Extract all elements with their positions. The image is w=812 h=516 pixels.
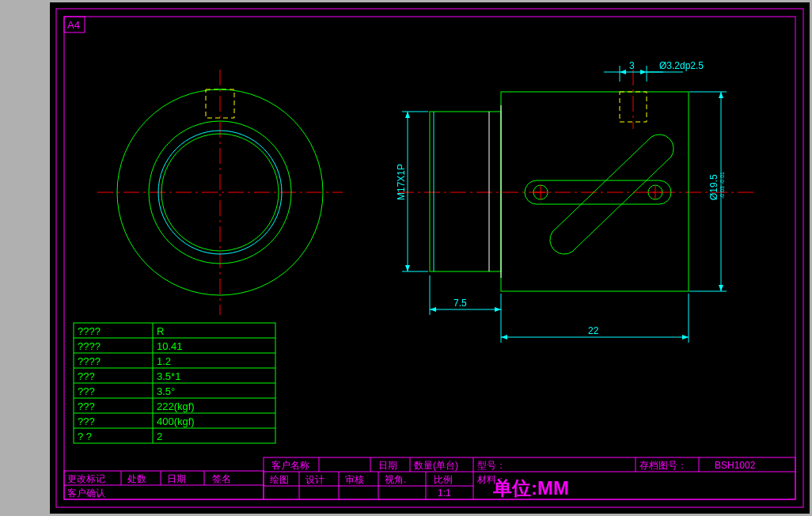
- svg-text:Ø3.2dp2.5: Ø3.2dp2.5: [659, 60, 704, 71]
- svg-text:更改标记: 更改标记: [67, 473, 105, 484]
- svg-text:222(kgf): 222(kgf): [157, 400, 195, 412]
- drawing-canvas[interactable]: A4 3 Ø3: [50, 2, 810, 514]
- svg-text:审核: 审核: [345, 474, 364, 485]
- side-view: [398, 70, 754, 291]
- svg-text:????: ????: [78, 325, 101, 337]
- svg-text:?  ?: ? ?: [78, 431, 92, 442]
- svg-text:型号：: 型号：: [477, 460, 506, 471]
- svg-text:M17X1P: M17X1P: [396, 164, 407, 200]
- sheet-size-label: A4: [67, 19, 80, 31]
- svg-text:3.5*1: 3.5*1: [157, 370, 180, 382]
- svg-text:比例: 比例: [434, 474, 453, 485]
- cad-viewport[interactable]: A4 3 Ø3: [0, 0, 812, 516]
- svg-text:1.2: 1.2: [157, 355, 171, 367]
- spec-table: ???? R ???? 10.41 ???? 1.2 ??? 3.5*1 ???…: [74, 323, 275, 443]
- svg-text:???: ???: [78, 385, 95, 397]
- svg-text:视角.: 视角.: [385, 474, 406, 485]
- svg-text:????: ????: [78, 355, 101, 367]
- svg-text:客户确认: 客户确认: [67, 488, 105, 499]
- svg-text:7.5: 7.5: [453, 298, 467, 309]
- svg-text:???: ???: [78, 370, 95, 382]
- svg-text:???: ???: [78, 400, 95, 412]
- svg-text:签名: 签名: [212, 473, 231, 484]
- front-view: [97, 70, 343, 315]
- svg-text:存档图号：: 存档图号：: [639, 460, 687, 471]
- svg-text:绘图: 绘图: [270, 474, 289, 485]
- svg-text:22: 22: [588, 325, 599, 336]
- svg-line-16: [552, 137, 651, 232]
- title-block: 更改标记 处数 日期 签名 客户确认 客户名称 日期 数量(单台) 型号： 存档…: [64, 457, 795, 499]
- svg-text:-0.03: -0.03: [719, 186, 725, 199]
- svg-text:400(kgf): 400(kgf): [157, 415, 195, 427]
- svg-text:客户名称: 客户名称: [271, 460, 309, 471]
- svg-text:R: R: [157, 325, 164, 337]
- dimensions: 3 Ø3.2dp2.5 M17X1P Ø19.5 -0.01 -0.03 7.5…: [396, 60, 727, 343]
- drawing-svg: A4 3 Ø3: [50, 2, 810, 514]
- svg-text:数量(单台): 数量(单台): [414, 460, 458, 471]
- svg-text:10.41: 10.41: [157, 340, 183, 352]
- svg-text:1:1: 1:1: [438, 488, 451, 499]
- svg-text:处数: 处数: [127, 473, 146, 484]
- svg-text:设计: 设计: [305, 474, 324, 485]
- svg-text:????: ????: [78, 340, 101, 352]
- svg-text:BSH1002: BSH1002: [715, 460, 756, 471]
- svg-text:2: 2: [157, 431, 162, 442]
- svg-text:日期: 日期: [378, 460, 397, 471]
- svg-text:3.5°: 3.5°: [157, 385, 175, 397]
- svg-text:???: ???: [78, 415, 95, 427]
- svg-text:Ø19.5: Ø19.5: [708, 174, 719, 200]
- svg-text:3: 3: [629, 60, 635, 71]
- svg-text:日期: 日期: [167, 473, 186, 484]
- svg-rect-10: [430, 112, 501, 271]
- svg-text:-0.01: -0.01: [719, 172, 725, 184]
- svg-text:单位:MM: 单位:MM: [492, 477, 569, 499]
